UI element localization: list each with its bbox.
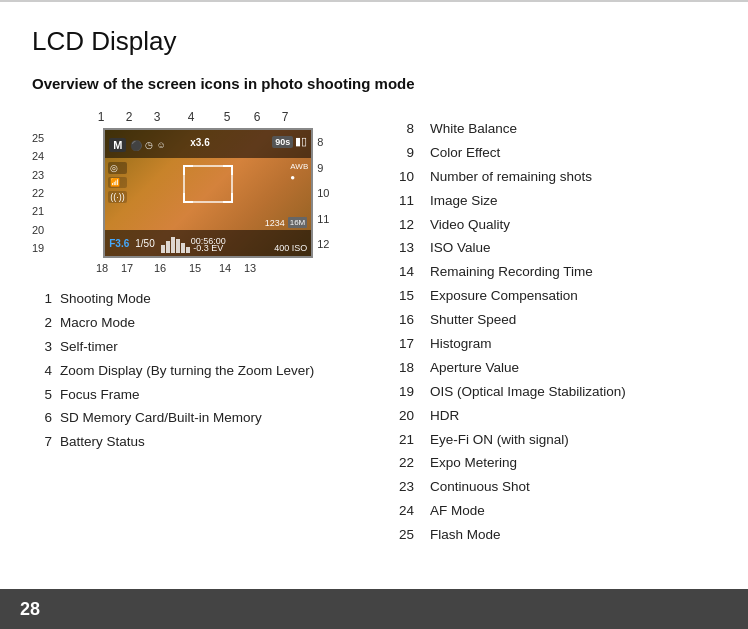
item-text: Exposure Compensation: [422, 287, 716, 306]
item-number: 20: [392, 407, 414, 426]
item-text: Zoom Display (By turning the Zoom Lever): [60, 362, 372, 381]
item-text: Expo Metering: [422, 454, 716, 473]
lcd-ev-display: -0.3 EV: [193, 243, 223, 253]
top-num-6: 6: [243, 110, 271, 124]
item-text: Shutter Speed: [422, 311, 716, 330]
item-number: 25: [392, 526, 414, 545]
item-text: Video Quality: [422, 216, 716, 235]
top-num-4: 4: [171, 110, 211, 124]
lcd-macro-icon: ⚫: [130, 140, 142, 151]
svg-rect-4: [181, 243, 185, 253]
list-item: 3 Self-timer: [32, 338, 372, 357]
top-num-1: 1: [87, 110, 115, 124]
item-text: Image Size: [422, 192, 716, 211]
item-number: 4: [32, 362, 52, 381]
top-number-row: 1 2 3 4 5 6 7: [87, 110, 352, 124]
list-item: 19 OIS (Optical Image Stabilization): [392, 383, 716, 402]
lcd-iso-display: 400 ISO: [274, 243, 307, 253]
left-num-22: 22: [32, 187, 44, 199]
item-number: 11: [392, 192, 414, 211]
page-footer: 28: [0, 589, 748, 629]
item-text: AF Mode: [422, 502, 716, 521]
list-item: 14 Remaining Recording Time: [392, 263, 716, 282]
top-num-2: 2: [115, 110, 143, 124]
item-number: 16: [392, 311, 414, 330]
svg-rect-3: [176, 239, 180, 253]
item-text: Focus Frame: [60, 386, 372, 405]
item-text: White Balance: [422, 120, 716, 139]
item-number: 7: [32, 433, 52, 452]
lcd-wb-icon: AWB: [290, 162, 308, 171]
item-number: 6: [32, 409, 52, 428]
item-text: SD Memory Card/Built-in Memory: [60, 409, 372, 428]
item-number: 14: [392, 263, 414, 282]
left-num-20: 20: [32, 224, 44, 236]
item-number: 12: [392, 216, 414, 235]
lcd-top-bar: M ⚫ ◷ ☺ x3.6 90s ▮▯: [105, 132, 311, 158]
left-labels: 25 24 23 22 21 20 19: [32, 128, 44, 258]
list-item: 8 White Balance: [392, 120, 716, 139]
item-text: Histogram: [422, 335, 716, 354]
lcd-focus-frame: [183, 165, 233, 203]
list-item: 2 Macro Mode: [32, 314, 372, 333]
lcd-histogram-svg: [161, 233, 191, 253]
left-num-21: 21: [32, 205, 44, 217]
section-title: Overview of the screen icons in photo sh…: [32, 75, 716, 92]
item-number: 13: [392, 239, 414, 258]
lcd-left-icons: ◎ 📶 ((·)): [108, 162, 127, 203]
item-text: Self-timer: [60, 338, 372, 357]
right-items-list: 8 White Balance 9 Color Effect 10 Number…: [392, 120, 716, 545]
bottom-number-row: 18 17 16 15 14 13: [91, 262, 352, 274]
lcd-mode-badge: M: [109, 138, 126, 152]
bot-num-17: 17: [113, 262, 141, 274]
lcd-counter-row: 1234 16M: [265, 217, 308, 228]
lcd-face-icon: ☺: [156, 140, 165, 150]
left-num-23: 23: [32, 169, 44, 181]
list-item: 15 Exposure Compensation: [392, 287, 716, 306]
left-items-list: 1 Shooting Mode 2 Macro Mode 3 Self-time…: [32, 290, 372, 452]
item-text: Continuous Shot: [422, 478, 716, 497]
item-text: Aperture Value: [422, 359, 716, 378]
list-item: 24 AF Mode: [392, 502, 716, 521]
item-text: Shooting Mode: [60, 290, 372, 309]
diagram-container: 1 2 3 4 5 6 7 25 24 23 22 21: [32, 110, 352, 274]
right-num-11: 11: [317, 213, 329, 225]
lcd-ois-icon: ((·)): [108, 191, 127, 203]
list-item: 21 Eye-Fi ON (with signal): [392, 431, 716, 450]
item-text: Color Effect: [422, 144, 716, 163]
item-number: 23: [392, 478, 414, 497]
item-number: 9: [392, 144, 414, 163]
bot-num-15: 15: [179, 262, 211, 274]
page-container: LCD Display Overview of the screen icons…: [0, 0, 748, 610]
item-number: 24: [392, 502, 414, 521]
lcd-right-icons: AWB ●: [290, 162, 308, 182]
item-number: 19: [392, 383, 414, 402]
screen-row: 25 24 23 22 21 20 19 M ⚫ ◷: [32, 128, 352, 258]
lcd-count-number: 1234: [265, 218, 285, 228]
list-item: 9 Color Effect: [392, 144, 716, 163]
item-number: 1: [32, 290, 52, 309]
bot-num-14: 14: [211, 262, 239, 274]
list-item: 23 Continuous Shot: [392, 478, 716, 497]
list-item: 5 Focus Frame: [32, 386, 372, 405]
item-text: Macro Mode: [60, 314, 372, 333]
page-number: 28: [20, 599, 40, 620]
item-number: 8: [392, 120, 414, 139]
item-number: 21: [392, 431, 414, 450]
list-item: 12 Video Quality: [392, 216, 716, 235]
list-item: 20 HDR: [392, 407, 716, 426]
bot-num-13: 13: [239, 262, 261, 274]
lcd-screen: M ⚫ ◷ ☺ x3.6 90s ▮▯ ◎: [103, 128, 313, 258]
item-number: 2: [32, 314, 52, 333]
item-text: OIS (Optical Image Stabilization): [422, 383, 716, 402]
lcd-effect-icon: ●: [290, 173, 308, 182]
right-num-10: 10: [317, 187, 329, 199]
right-num-12: 12: [317, 238, 329, 250]
list-item: 22 Expo Metering: [392, 454, 716, 473]
top-num-5: 5: [211, 110, 243, 124]
svg-rect-5: [186, 247, 190, 253]
top-num-3: 3: [143, 110, 171, 124]
svg-rect-1: [166, 241, 170, 253]
list-item: 13 ISO Value: [392, 239, 716, 258]
lcd-aperture-value: F3.6: [109, 238, 129, 249]
